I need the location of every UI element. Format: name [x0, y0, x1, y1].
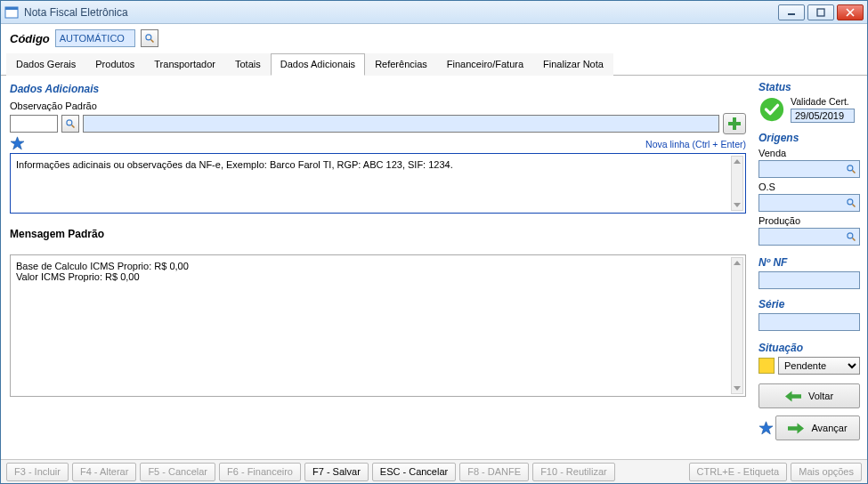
svg-rect-1: [5, 7, 18, 10]
os-label: O.S: [758, 182, 860, 192]
observacao-padrao-text-input[interactable]: [83, 115, 719, 133]
maximize-button[interactable]: [807, 4, 834, 20]
codigo-label: Código: [10, 32, 50, 45]
tab-totais[interactable]: Totais: [225, 53, 271, 76]
content-panel: Dados Adicionais Observação Padrão Nova …: [1, 76, 755, 456]
svg-line-19: [853, 238, 856, 241]
producao-label: Produção: [758, 215, 860, 226]
f3-incluir-button[interactable]: F3 - Incluir: [6, 463, 69, 481]
validade-cert-label: Validade Cert.: [791, 96, 855, 107]
svg-point-18: [848, 233, 853, 238]
tab-dados-gerais[interactable]: Dados Gerais: [6, 53, 85, 76]
svg-line-7: [150, 40, 153, 43]
venda-label: Venda: [758, 148, 860, 158]
svg-marker-22: [788, 423, 804, 433]
situacao-label: Situação: [758, 342, 860, 354]
mensagem-padrao-textarea-wrap: Base de Calculo ICMS Proprio: R$ 0,00 Va…: [10, 254, 746, 397]
f5-cancelar-button[interactable]: F5 - Cancelar: [140, 463, 215, 481]
svg-line-17: [853, 205, 856, 207]
producao-lookup-button[interactable]: [844, 230, 858, 244]
situacao-color-swatch: [758, 358, 775, 374]
svg-point-13: [760, 98, 783, 121]
codigo-input[interactable]: [55, 29, 135, 47]
f6-financeiro-button[interactable]: F6 - Financeiro: [219, 463, 301, 481]
f10-reutilizar-button[interactable]: F10 - Reutilizar: [532, 463, 615, 481]
status-label: Status: [758, 81, 860, 93]
svg-point-8: [67, 120, 72, 125]
favorite-star-obs[interactable]: [10, 136, 25, 151]
esc-cancelar-button[interactable]: ESC - Cancelar: [372, 463, 456, 481]
favorite-star-avancar[interactable]: [758, 421, 774, 436]
svg-marker-21: [759, 421, 773, 433]
svg-line-15: [853, 171, 856, 173]
voltar-button-label: Voltar: [808, 391, 833, 401]
serie-label: Série: [758, 298, 860, 311]
avancar-button[interactable]: Avançar: [775, 415, 860, 440]
tab-transportador[interactable]: Transportador: [144, 53, 225, 76]
situacao-select[interactable]: Pendente: [778, 357, 860, 375]
origens-label: Origens: [758, 132, 860, 144]
nf-input[interactable]: [758, 271, 860, 289]
tab-finalizar-nota[interactable]: Finalizar Nota: [533, 53, 613, 76]
close-button[interactable]: [837, 4, 864, 20]
observacoes-textarea-wrap: Informações adicinais ou observações da …: [10, 153, 746, 214]
window-controls: [778, 4, 864, 20]
scrollbar[interactable]: [731, 257, 743, 394]
f8-danfe-button[interactable]: F8 - DANFE: [459, 463, 529, 481]
codigo-lookup-button[interactable]: [141, 29, 158, 47]
minimize-button[interactable]: [778, 4, 805, 20]
ctrl-e-etiqueta-button[interactable]: CTRL+E - Etiqueta: [689, 463, 788, 481]
svg-rect-11: [728, 122, 741, 125]
observacoes-textarea[interactable]: Informações adicinais ou observações da …: [11, 154, 745, 211]
os-lookup-button[interactable]: [844, 196, 858, 210]
observacao-padrao-code-input[interactable]: [10, 115, 58, 133]
tab-dados-adicionais[interactable]: Dados Adicionais: [271, 53, 365, 76]
section-title-dados-adicionais: Dados Adicionais: [10, 83, 746, 95]
titlebar: Nota Fiscal Eletrônica: [1, 1, 867, 24]
svg-point-14: [848, 165, 853, 171]
svg-marker-12: [11, 137, 24, 149]
f7-salvar-button[interactable]: F7 - Salvar: [304, 463, 369, 481]
tab-referencias[interactable]: Referências: [365, 53, 437, 76]
mensagem-padrao-textarea[interactable]: Base de Calculo ICMS Proprio: R$ 0,00 Va…: [11, 255, 745, 394]
bottom-toolbar: F3 - Incluir F4 - Alterar F5 - Cancelar …: [1, 459, 867, 483]
svg-point-16: [848, 199, 853, 205]
venda-lookup-button[interactable]: [844, 162, 858, 176]
tab-produtos[interactable]: Produtos: [85, 53, 144, 76]
scrollbar[interactable]: [731, 156, 743, 211]
codigo-row: Código: [1, 24, 867, 51]
nf-label: Nº NF: [758, 256, 860, 269]
window-title: Nota Fiscal Eletrônica: [24, 6, 778, 19]
svg-point-6: [146, 35, 151, 40]
f4-alterar-button[interactable]: F4 - Alterar: [72, 463, 136, 481]
tab-financeiro-fatura[interactable]: Financeiro/Fatura: [437, 53, 533, 76]
avancar-button-label: Avançar: [811, 423, 847, 433]
svg-rect-3: [817, 9, 824, 16]
status-ok-icon: [758, 96, 785, 123]
voltar-button[interactable]: Voltar: [758, 383, 860, 408]
mensagem-padrao-label: Mensagem Padrão: [10, 228, 746, 240]
mais-opcoes-button[interactable]: Mais opções: [791, 463, 862, 481]
validade-cert-date: 29/05/2019: [791, 109, 855, 123]
serie-input[interactable]: [758, 313, 860, 331]
sidebar: Status Validade Cert. 29/05/2019 Origens…: [755, 76, 867, 456]
svg-marker-20: [785, 391, 801, 401]
app-icon: [4, 5, 19, 20]
add-observacao-button[interactable]: [723, 113, 746, 134]
svg-line-9: [72, 125, 75, 128]
tabs: Dados Gerais Produtos Transportador Tota…: [1, 52, 867, 76]
observacao-padrao-label: Observação Padrão: [10, 101, 746, 111]
observacao-padrao-lookup-button[interactable]: [61, 115, 79, 133]
nova-linha-hint: Nova linha (Ctrl + Enter): [25, 139, 746, 149]
